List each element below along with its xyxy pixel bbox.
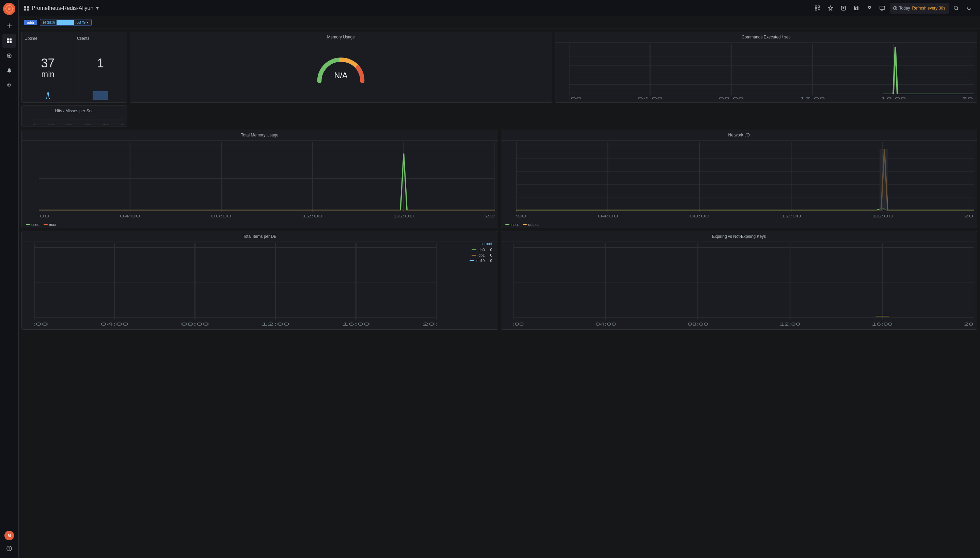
- svg-text:16:00: 16:00: [872, 322, 892, 327]
- total-memory-legend: used max: [22, 221, 498, 228]
- topbar-actions: Today Refresh every 30s: [812, 3, 975, 14]
- uptime-unit: min: [41, 69, 54, 79]
- clients-panel: Clients 1: [74, 32, 127, 103]
- gauge-container: Memory Usage N/A: [130, 32, 552, 102]
- time-today-label: Today: [899, 6, 910, 11]
- hits-misses-title: Hits / Misses per Sec: [22, 106, 127, 117]
- db10-line: [469, 260, 474, 261]
- legend-max: max: [44, 223, 56, 226]
- filter-value-masked: ██████: [56, 20, 74, 25]
- legend-input: input: [505, 223, 519, 226]
- clients-title: Clients: [77, 36, 89, 41]
- clients-sparkline: [74, 86, 127, 100]
- svg-marker-18: [828, 6, 833, 11]
- total-memory-panel: Total Memory Usage: [21, 130, 498, 228]
- mid-row: Total Memory Usage: [21, 130, 977, 228]
- expiring-keys-panel: Expiring vs Not-Expiring Keys: [501, 231, 978, 330]
- legend-used: used: [26, 223, 40, 226]
- filter-value-selector[interactable]: redis:// ██████ :6379 ▾: [40, 19, 92, 26]
- top-row: Uptime 37 min Clients: [21, 32, 977, 127]
- svg-text:20:00: 20:00: [485, 214, 495, 218]
- db1-line: [472, 255, 476, 256]
- network-io-legend: input output: [501, 221, 977, 228]
- svg-rect-121: [879, 149, 888, 210]
- svg-text:08:00: 08:00: [689, 214, 710, 218]
- gauge-svg: N/A: [310, 47, 372, 88]
- legend-output-label: output: [528, 223, 539, 226]
- stats-container: Uptime 37 min Clients: [21, 32, 127, 103]
- legend-input-label: input: [511, 223, 519, 226]
- legend-max-label: max: [49, 223, 56, 226]
- svg-text:04:00: 04:00: [120, 214, 140, 218]
- items-per-db-chart: 1.0 0.5 0 00:00 04:00 08:00 12:00 16:00 …: [22, 242, 498, 329]
- commands-exec-chart: 0.35 0.30 0.25 0.20 0.15 0.10 00:00 04:0…: [555, 43, 977, 102]
- sidebar-item-explore[interactable]: [2, 49, 16, 62]
- sidebar-item-add[interactable]: [2, 19, 16, 33]
- legend-output-dot: [523, 224, 527, 225]
- dashboard-title: Prometheus-Redis-Aliyun: [32, 5, 93, 11]
- legend-input-dot: [505, 224, 509, 225]
- svg-text:08:00: 08:00: [687, 322, 708, 327]
- svg-text:04:00: 04:00: [595, 322, 616, 327]
- svg-rect-17: [815, 8, 817, 10]
- db-legend: current db0 0 db1 0 db10 0: [469, 241, 492, 263]
- uptime-title: Uptime: [25, 36, 38, 41]
- network-io-title: Network I/O: [501, 130, 977, 141]
- svg-text:08:00: 08:00: [718, 97, 743, 100]
- sidebar-item-alerts[interactable]: [2, 64, 16, 77]
- svg-point-2: [8, 8, 11, 10]
- svg-text:20:00: 20:00: [964, 214, 974, 218]
- svg-text:08:00: 08:00: [211, 214, 232, 218]
- tv-button[interactable]: [877, 3, 888, 14]
- sidebar: M ?: [0, 0, 19, 558]
- sidebar-item-settings[interactable]: [2, 79, 16, 92]
- svg-text:00:00: 00:00: [34, 322, 48, 326]
- sidebar-item-dashboard[interactable]: [2, 34, 16, 48]
- save-button[interactable]: [851, 3, 862, 14]
- svg-rect-10: [10, 41, 12, 43]
- share-button[interactable]: [838, 3, 849, 14]
- dashboard-grid: Uptime 37 min Clients: [19, 29, 980, 558]
- svg-text:04:00: 04:00: [100, 322, 128, 326]
- filter-label: addr: [24, 20, 37, 25]
- svg-text:00:00: 00:00: [39, 214, 49, 218]
- app-logo[interactable]: [3, 3, 15, 15]
- hits-misses-panel: Hits / Misses per Sec: [21, 105, 127, 127]
- svg-text:12:00: 12:00: [799, 97, 825, 100]
- filter-dropdown-icon: ▾: [87, 21, 89, 24]
- clock-icon: [893, 6, 897, 10]
- svg-rect-16: [818, 6, 820, 8]
- avatar-icon: M: [8, 533, 11, 538]
- title-dropdown-icon[interactable]: ▾: [96, 5, 99, 11]
- svg-rect-8: [10, 38, 12, 41]
- time-range-selector[interactable]: Today Refresh every 30s: [890, 3, 949, 14]
- db1-value: 0: [487, 253, 492, 257]
- svg-point-22: [954, 6, 957, 10]
- reload-button[interactable]: [964, 3, 975, 14]
- star-button[interactable]: [825, 3, 836, 14]
- user-avatar[interactable]: M: [5, 531, 14, 540]
- svg-text:20:00: 20:00: [121, 125, 124, 125]
- legend-used-dot: [26, 224, 30, 225]
- svg-text:N/A: N/A: [334, 71, 348, 80]
- svg-text:12:00: 12:00: [779, 322, 800, 327]
- svg-text:20:00: 20:00: [422, 322, 436, 326]
- items-per-db-title: Total Items per DB: [22, 231, 498, 242]
- filter-value-port: :6379: [75, 20, 86, 25]
- svg-text:04:00: 04:00: [598, 214, 618, 218]
- settings-button[interactable]: [864, 3, 875, 14]
- search-button[interactable]: [951, 3, 962, 14]
- svg-rect-20: [880, 6, 884, 10]
- svg-rect-15: [815, 6, 817, 8]
- svg-text:04:00: 04:00: [48, 125, 54, 125]
- add-panel-button[interactable]: [812, 3, 823, 14]
- topbar: Prometheus-Redis-Aliyun ▾: [19, 0, 980, 16]
- network-io-chart: 500 B 400 B 300 B 200 B 100 B 0 B 00:00 …: [501, 141, 977, 221]
- commands-exec-panel: Commands Executed / sec: [555, 32, 978, 103]
- svg-text:20:00: 20:00: [964, 322, 974, 327]
- items-per-db-panel: Total Items per DB 1.0: [21, 231, 498, 330]
- commands-exec-title: Commands Executed / sec: [555, 32, 977, 43]
- sidebar-item-help[interactable]: ?: [2, 542, 16, 555]
- svg-text:16:00: 16:00: [881, 97, 906, 100]
- legend-max-dot: [44, 224, 48, 225]
